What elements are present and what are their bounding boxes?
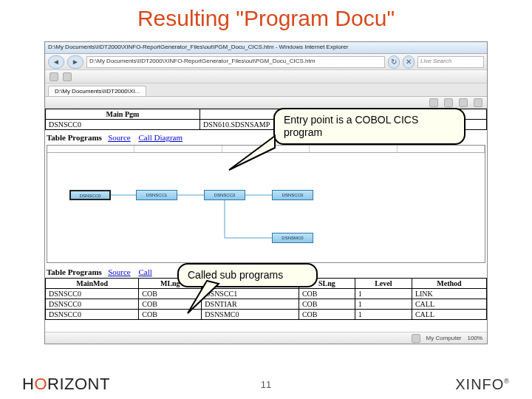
diagram-node-entry[interactable]: DSNSCC0: [69, 190, 111, 200]
page-icon[interactable]: [459, 98, 468, 107]
callout-tail-icon: [222, 133, 281, 177]
link-source[interactable]: Source: [108, 267, 131, 276]
print-icon[interactable]: [444, 98, 453, 107]
back-button[interactable]: ◄: [48, 55, 64, 69]
table-row: DSNSCC0COBDSNSCC1COB1LINK: [46, 289, 487, 299]
link-call[interactable]: Call: [138, 267, 151, 276]
callout-tail-icon: [185, 279, 229, 316]
slide-footer: HORIZONT 11 XINFO®: [0, 369, 532, 399]
browser-window: D:\My Documents\IIDT2000\XINFO-ReportGen…: [44, 41, 488, 344]
col-main-pgm: Main Pgm: [46, 109, 200, 120]
diagram-node[interactable]: DSNSCC0: [272, 190, 313, 200]
svg-marker-6: [188, 281, 219, 313]
callout-entry-point: Entry point is a COBOL CICS program: [273, 108, 466, 145]
table-row: DSNSCC0COBDSNSMC0COB1CALL: [46, 310, 487, 320]
link-source[interactable]: Source: [108, 133, 131, 142]
diagram-node[interactable]: DSNSCC1: [136, 190, 177, 200]
tab-document[interactable]: D:\My Documents\IIDT2000\XI...: [48, 86, 146, 96]
status-zone: My Computer: [426, 335, 462, 341]
stop-button[interactable]: ✕: [403, 55, 415, 69]
diagram-node[interactable]: DSNSCC2: [204, 190, 245, 200]
status-bar: My Computer 100%: [45, 332, 487, 344]
tools-icon[interactable]: [474, 98, 482, 107]
table-row: DSNSCC0COBDSNTIARCOB1CALL: [46, 299, 487, 310]
slide-title: Resulting "Program Docu": [0, 0, 532, 35]
page-number: 11: [261, 379, 271, 390]
feeds-icon[interactable]: [63, 72, 72, 81]
nav-toolbar: ◄ ► D:\My Documents\IIDT2000\XINFO-Repor…: [45, 54, 487, 70]
brand-horizont: HORIZONT: [22, 375, 110, 394]
col-mainmod: MainMod: [46, 279, 139, 289]
window-titlebar: D:\My Documents\IIDT2000\XINFO-ReportGen…: [45, 42, 487, 54]
diagram-node[interactable]: DSNSMC0: [272, 233, 313, 243]
favorites-icon[interactable]: [50, 72, 58, 81]
link-call-diagram[interactable]: Call Diagram: [138, 133, 183, 142]
command-bar: [45, 97, 487, 109]
search-input[interactable]: Live Search: [417, 56, 484, 68]
home-icon[interactable]: [429, 98, 438, 107]
zone-icon: [412, 334, 420, 343]
refresh-button[interactable]: ↻: [388, 55, 400, 69]
status-zoom[interactable]: 100%: [468, 335, 482, 341]
tab-strip: D:\My Documents\IIDT2000\XI...: [45, 83, 487, 97]
svg-marker-5: [229, 136, 275, 170]
brand-xinfo: XINFO®: [455, 376, 510, 393]
favorites-bar: [45, 70, 487, 83]
col-level: Level: [355, 279, 412, 289]
col-method: Method: [412, 279, 486, 289]
address-bar[interactable]: D:\My Documents\IIDT2000\XINFO-ReportGen…: [86, 56, 385, 68]
forward-button[interactable]: ►: [67, 55, 83, 69]
